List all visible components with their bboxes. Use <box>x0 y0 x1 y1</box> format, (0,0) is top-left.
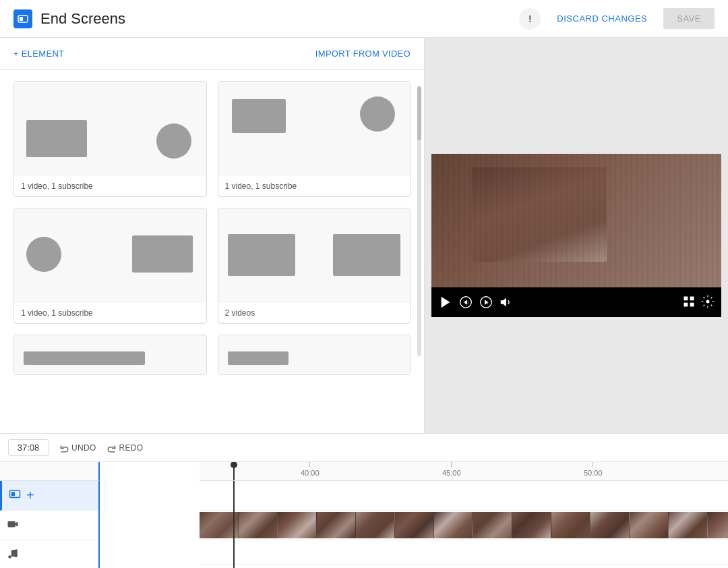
strip-frame <box>395 512 434 538</box>
template-card[interactable] <box>13 335 207 375</box>
strip-frame <box>669 512 708 538</box>
strip-frame <box>590 512 630 538</box>
redo-icon <box>107 443 117 453</box>
svg-point-18 <box>14 554 18 557</box>
tracks-container: + <box>0 481 728 568</box>
template-card[interactable]: 1 video, 1 subscribe <box>218 81 411 197</box>
grid-button[interactable] <box>682 295 696 310</box>
template-preview-6 <box>218 335 411 375</box>
panel-toolbar: + ELEMENT IMPORT FROM VIDEO <box>0 38 424 70</box>
discard-changes-button[interactable]: DISCARD CHANGES <box>549 8 655 29</box>
save-button[interactable]: SAVE <box>663 8 715 29</box>
template-rect <box>26 120 87 157</box>
template-label: 1 video, 1 subscribe <box>14 176 206 196</box>
time-display[interactable]: 37:08 <box>8 439 49 456</box>
svg-rect-10 <box>684 302 688 306</box>
timeline-body: 40:00 45:00 50:00 57:08 <box>0 462 728 568</box>
scrollbar[interactable] <box>417 86 421 356</box>
rewind-icon: 10 <box>458 295 473 310</box>
template-card[interactable]: 2 videos <box>218 208 411 324</box>
template-preview-3 <box>14 208 206 303</box>
settings-button[interactable] <box>701 295 715 310</box>
template-rect <box>228 351 289 365</box>
svg-rect-14 <box>11 492 15 496</box>
import-from-video-button[interactable]: IMPORT FROM VIDEO <box>315 49 411 59</box>
svg-rect-8 <box>684 296 688 300</box>
template-label: 1 video, 1 subscribe <box>218 176 411 196</box>
timeline-toolbar: 37:08 UNDO REDO <box>0 434 728 462</box>
undo-icon <box>59 443 69 453</box>
svg-rect-11 <box>690 302 694 306</box>
ruler-row: 40:00 45:00 50:00 57:08 <box>0 462 728 481</box>
camera-icon <box>7 518 19 533</box>
timeline-section: 37:08 UNDO REDO <box>0 433 728 568</box>
video-track-lane <box>200 511 728 540</box>
settings-icon <box>701 295 715 308</box>
svg-text:10: 10 <box>484 301 488 305</box>
strip-frame <box>356 512 395 538</box>
template-circle <box>156 123 191 159</box>
templates-grid: 1 video, 1 subscribe 1 video, 1 subscrib… <box>0 70 424 386</box>
strip-frame <box>708 512 728 538</box>
template-rect <box>132 235 193 273</box>
header: End Screens ! DISCARD CHANGES SAVE <box>0 0 728 38</box>
feedback-button[interactable]: ! <box>519 8 541 30</box>
template-card[interactable]: 1 video, 1 subscribe <box>13 208 207 324</box>
svg-text:10: 10 <box>464 301 468 305</box>
play-icon <box>438 295 453 310</box>
grid-icon <box>682 295 696 308</box>
strip-frame <box>630 512 669 538</box>
forward-icon: 10 <box>479 295 493 310</box>
add-end-screen-button[interactable]: + <box>26 488 34 503</box>
video-filmstrip <box>200 512 728 538</box>
ruler-tick <box>309 462 310 467</box>
ruler-playhead <box>233 462 235 480</box>
ruler-tick <box>593 462 593 467</box>
ruler-content: 40:00 45:00 50:00 57:08 <box>200 462 728 481</box>
track-content <box>200 481 728 568</box>
redo-button[interactable]: REDO <box>107 443 144 453</box>
ruler-mark-40: 40:00 <box>301 462 320 477</box>
template-circle <box>26 237 61 272</box>
volume-button[interactable] <box>499 295 514 310</box>
end-screen-track-header: + <box>0 481 98 511</box>
template-label: 2 videos <box>218 303 411 323</box>
left-panel: + ELEMENT IMPORT FROM VIDEO 1 video, 1 s… <box>0 38 425 433</box>
end-screen-track-lane[interactable] <box>200 481 728 511</box>
template-rect <box>333 234 400 276</box>
svg-rect-1 <box>20 17 23 21</box>
play-button[interactable] <box>438 295 453 310</box>
timeline-playhead-line <box>233 481 235 568</box>
video-content <box>472 167 607 262</box>
main-content: + ELEMENT IMPORT FROM VIDEO 1 video, 1 s… <box>0 38 728 433</box>
strip-frame <box>317 512 356 538</box>
ruler-playhead-head <box>231 462 237 468</box>
svg-rect-9 <box>690 296 694 300</box>
strip-frame <box>278 512 317 538</box>
undo-button[interactable]: UNDO <box>59 443 96 453</box>
header-left: End Screens <box>13 9 125 28</box>
scroll-thumb[interactable] <box>417 86 421 140</box>
template-card[interactable]: 1 video, 1 subscribe <box>13 81 207 197</box>
header-right: ! DISCARD CHANGES SAVE <box>519 8 715 30</box>
app-icon <box>13 9 32 28</box>
template-label: 1 video, 1 subscribe <box>14 303 206 323</box>
svg-marker-2 <box>442 297 450 308</box>
strip-frame <box>551 512 590 538</box>
svg-point-12 <box>706 300 710 303</box>
svg-rect-15 <box>8 521 16 527</box>
svg-marker-16 <box>16 521 18 527</box>
template-rect <box>228 234 295 276</box>
video-player[interactable]: 10 10 <box>431 154 721 317</box>
video-track-header <box>0 511 98 540</box>
svg-point-17 <box>8 555 11 559</box>
template-card[interactable] <box>218 335 411 375</box>
rewind-button[interactable]: 10 <box>458 295 473 310</box>
ruler-tick <box>451 462 452 467</box>
forward-button[interactable]: 10 <box>479 295 493 310</box>
audio-track-header <box>0 540 98 568</box>
page-title: End Screens <box>40 10 125 28</box>
video-controls: 10 10 <box>431 287 721 317</box>
add-element-button[interactable]: + ELEMENT <box>13 49 64 59</box>
audio-track-lane <box>200 540 728 565</box>
